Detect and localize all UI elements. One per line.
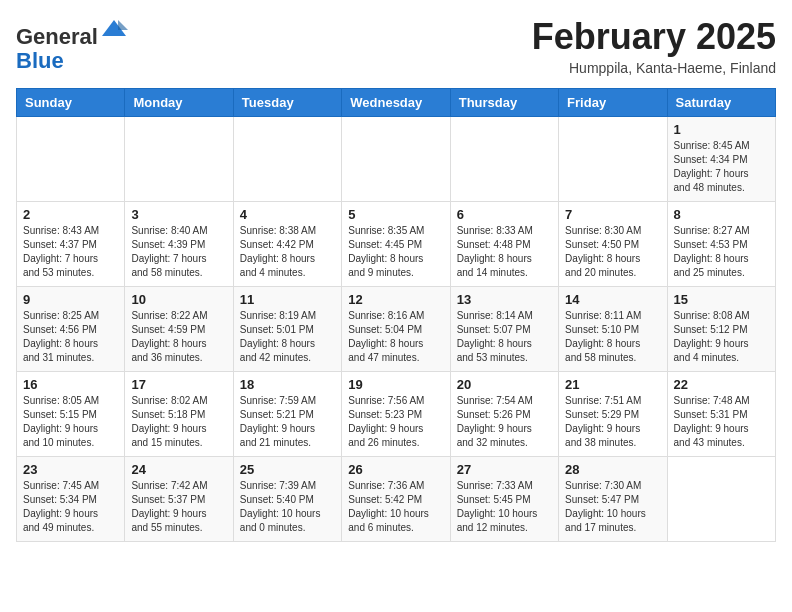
calendar-cell: 17Sunrise: 8:02 AM Sunset: 5:18 PM Dayli… xyxy=(125,372,233,457)
day-of-week-header: Wednesday xyxy=(342,89,450,117)
calendar-week-row: 2Sunrise: 8:43 AM Sunset: 4:37 PM Daylig… xyxy=(17,202,776,287)
day-number: 9 xyxy=(23,292,118,307)
logo: General Blue xyxy=(16,16,128,73)
calendar-cell: 15Sunrise: 8:08 AM Sunset: 5:12 PM Dayli… xyxy=(667,287,775,372)
day-number: 18 xyxy=(240,377,335,392)
day-number: 20 xyxy=(457,377,552,392)
logo-general-text: General xyxy=(16,24,98,49)
calendar-table: SundayMondayTuesdayWednesdayThursdayFrid… xyxy=(16,88,776,542)
day-info: Sunrise: 8:11 AM Sunset: 5:10 PM Dayligh… xyxy=(565,309,660,365)
day-info: Sunrise: 8:38 AM Sunset: 4:42 PM Dayligh… xyxy=(240,224,335,280)
day-number: 24 xyxy=(131,462,226,477)
day-number: 19 xyxy=(348,377,443,392)
calendar-cell: 11Sunrise: 8:19 AM Sunset: 5:01 PM Dayli… xyxy=(233,287,341,372)
day-of-week-header: Monday xyxy=(125,89,233,117)
day-info: Sunrise: 8:45 AM Sunset: 4:34 PM Dayligh… xyxy=(674,139,769,195)
day-number: 2 xyxy=(23,207,118,222)
day-number: 8 xyxy=(674,207,769,222)
calendar-cell: 25Sunrise: 7:39 AM Sunset: 5:40 PM Dayli… xyxy=(233,457,341,542)
day-of-week-header: Tuesday xyxy=(233,89,341,117)
day-number: 6 xyxy=(457,207,552,222)
day-number: 25 xyxy=(240,462,335,477)
day-number: 11 xyxy=(240,292,335,307)
day-info: Sunrise: 7:36 AM Sunset: 5:42 PM Dayligh… xyxy=(348,479,443,535)
day-number: 16 xyxy=(23,377,118,392)
day-info: Sunrise: 8:16 AM Sunset: 5:04 PM Dayligh… xyxy=(348,309,443,365)
day-number: 1 xyxy=(674,122,769,137)
calendar-cell: 8Sunrise: 8:27 AM Sunset: 4:53 PM Daylig… xyxy=(667,202,775,287)
day-of-week-header: Thursday xyxy=(450,89,558,117)
day-number: 4 xyxy=(240,207,335,222)
day-info: Sunrise: 8:30 AM Sunset: 4:50 PM Dayligh… xyxy=(565,224,660,280)
calendar-cell xyxy=(342,117,450,202)
day-of-week-header: Sunday xyxy=(17,89,125,117)
day-number: 23 xyxy=(23,462,118,477)
calendar-cell: 13Sunrise: 8:14 AM Sunset: 5:07 PM Dayli… xyxy=(450,287,558,372)
calendar-cell: 5Sunrise: 8:35 AM Sunset: 4:45 PM Daylig… xyxy=(342,202,450,287)
day-info: Sunrise: 8:27 AM Sunset: 4:53 PM Dayligh… xyxy=(674,224,769,280)
day-info: Sunrise: 7:45 AM Sunset: 5:34 PM Dayligh… xyxy=(23,479,118,535)
day-number: 26 xyxy=(348,462,443,477)
day-info: Sunrise: 8:40 AM Sunset: 4:39 PM Dayligh… xyxy=(131,224,226,280)
day-number: 14 xyxy=(565,292,660,307)
day-number: 22 xyxy=(674,377,769,392)
day-info: Sunrise: 8:22 AM Sunset: 4:59 PM Dayligh… xyxy=(131,309,226,365)
day-info: Sunrise: 8:43 AM Sunset: 4:37 PM Dayligh… xyxy=(23,224,118,280)
day-number: 13 xyxy=(457,292,552,307)
day-info: Sunrise: 7:39 AM Sunset: 5:40 PM Dayligh… xyxy=(240,479,335,535)
calendar-cell xyxy=(17,117,125,202)
calendar-week-row: 16Sunrise: 8:05 AM Sunset: 5:15 PM Dayli… xyxy=(17,372,776,457)
calendar-cell: 3Sunrise: 8:40 AM Sunset: 4:39 PM Daylig… xyxy=(125,202,233,287)
day-number: 27 xyxy=(457,462,552,477)
calendar-cell: 26Sunrise: 7:36 AM Sunset: 5:42 PM Dayli… xyxy=(342,457,450,542)
calendar-week-row: 1Sunrise: 8:45 AM Sunset: 4:34 PM Daylig… xyxy=(17,117,776,202)
day-number: 12 xyxy=(348,292,443,307)
day-number: 21 xyxy=(565,377,660,392)
day-number: 17 xyxy=(131,377,226,392)
day-info: Sunrise: 7:51 AM Sunset: 5:29 PM Dayligh… xyxy=(565,394,660,450)
calendar-cell: 20Sunrise: 7:54 AM Sunset: 5:26 PM Dayli… xyxy=(450,372,558,457)
calendar-cell: 12Sunrise: 8:16 AM Sunset: 5:04 PM Dayli… xyxy=(342,287,450,372)
day-number: 5 xyxy=(348,207,443,222)
calendar-week-row: 9Sunrise: 8:25 AM Sunset: 4:56 PM Daylig… xyxy=(17,287,776,372)
day-info: Sunrise: 8:05 AM Sunset: 5:15 PM Dayligh… xyxy=(23,394,118,450)
day-info: Sunrise: 7:33 AM Sunset: 5:45 PM Dayligh… xyxy=(457,479,552,535)
calendar-cell xyxy=(667,457,775,542)
calendar-cell xyxy=(450,117,558,202)
day-number: 15 xyxy=(674,292,769,307)
calendar-cell xyxy=(559,117,667,202)
calendar-cell: 1Sunrise: 8:45 AM Sunset: 4:34 PM Daylig… xyxy=(667,117,775,202)
day-info: Sunrise: 7:42 AM Sunset: 5:37 PM Dayligh… xyxy=(131,479,226,535)
location: Humppila, Kanta-Haeme, Finland xyxy=(532,60,776,76)
day-info: Sunrise: 8:25 AM Sunset: 4:56 PM Dayligh… xyxy=(23,309,118,365)
calendar-header-row: SundayMondayTuesdayWednesdayThursdayFrid… xyxy=(17,89,776,117)
calendar-cell: 27Sunrise: 7:33 AM Sunset: 5:45 PM Dayli… xyxy=(450,457,558,542)
logo-blue-text: Blue xyxy=(16,48,64,73)
day-number: 3 xyxy=(131,207,226,222)
calendar-cell: 7Sunrise: 8:30 AM Sunset: 4:50 PM Daylig… xyxy=(559,202,667,287)
day-info: Sunrise: 7:59 AM Sunset: 5:21 PM Dayligh… xyxy=(240,394,335,450)
calendar-week-row: 23Sunrise: 7:45 AM Sunset: 5:34 PM Dayli… xyxy=(17,457,776,542)
day-info: Sunrise: 7:56 AM Sunset: 5:23 PM Dayligh… xyxy=(348,394,443,450)
calendar-cell: 23Sunrise: 7:45 AM Sunset: 5:34 PM Dayli… xyxy=(17,457,125,542)
calendar-cell: 18Sunrise: 7:59 AM Sunset: 5:21 PM Dayli… xyxy=(233,372,341,457)
calendar-cell: 6Sunrise: 8:33 AM Sunset: 4:48 PM Daylig… xyxy=(450,202,558,287)
calendar-cell: 10Sunrise: 8:22 AM Sunset: 4:59 PM Dayli… xyxy=(125,287,233,372)
day-info: Sunrise: 8:35 AM Sunset: 4:45 PM Dayligh… xyxy=(348,224,443,280)
calendar-cell: 22Sunrise: 7:48 AM Sunset: 5:31 PM Dayli… xyxy=(667,372,775,457)
day-info: Sunrise: 7:30 AM Sunset: 5:47 PM Dayligh… xyxy=(565,479,660,535)
calendar-cell: 2Sunrise: 8:43 AM Sunset: 4:37 PM Daylig… xyxy=(17,202,125,287)
logo-icon xyxy=(100,16,128,44)
page-header: General Blue February 2025 Humppila, Kan… xyxy=(16,16,776,76)
calendar-cell: 14Sunrise: 8:11 AM Sunset: 5:10 PM Dayli… xyxy=(559,287,667,372)
day-info: Sunrise: 8:33 AM Sunset: 4:48 PM Dayligh… xyxy=(457,224,552,280)
day-info: Sunrise: 7:48 AM Sunset: 5:31 PM Dayligh… xyxy=(674,394,769,450)
calendar-cell: 9Sunrise: 8:25 AM Sunset: 4:56 PM Daylig… xyxy=(17,287,125,372)
day-of-week-header: Friday xyxy=(559,89,667,117)
calendar-cell xyxy=(233,117,341,202)
day-number: 10 xyxy=(131,292,226,307)
calendar-cell: 16Sunrise: 8:05 AM Sunset: 5:15 PM Dayli… xyxy=(17,372,125,457)
calendar-cell: 24Sunrise: 7:42 AM Sunset: 5:37 PM Dayli… xyxy=(125,457,233,542)
day-of-week-header: Saturday xyxy=(667,89,775,117)
day-number: 7 xyxy=(565,207,660,222)
